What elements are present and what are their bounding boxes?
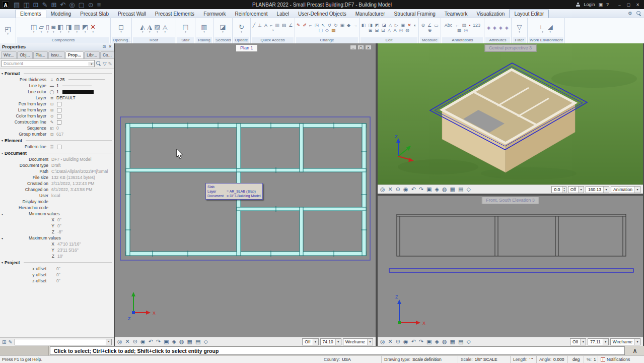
foreground-icon[interactable]: ◎ (380, 339, 385, 344)
properties-icon[interactable]: ▣ (340, 23, 345, 28)
ucs-icon[interactable]: ∟▾ (539, 24, 546, 33)
back-icon[interactable]: ↶ (411, 339, 416, 344)
numbering-icon[interactable]: 123 (473, 23, 480, 28)
forward-icon[interactable]: ↷ (419, 187, 423, 192)
column-icon[interactable]: ▯▾ (46, 24, 49, 33)
tab-visualization[interactable]: Visualization (472, 10, 509, 18)
symbol-icon[interactable]: ◎ (464, 28, 468, 33)
tab-precast-elements[interactable]: Precast Elements (151, 10, 199, 18)
section-display-icon[interactable]: ▦ (450, 187, 455, 192)
smart-wall-icon[interactable]: ◨▾ (65, 24, 71, 33)
fence-icon[interactable]: ⌐ (270, 23, 272, 28)
edit-icon[interactable]: ✎ (42, 2, 48, 8)
section-format[interactable]: ▾ Format (0, 70, 114, 77)
viewport-tab-perspective[interactable]: Central perspective 3 (484, 44, 536, 52)
favorites-dropdown[interactable]: ▾ (15, 339, 112, 345)
perspective-canvas-area[interactable]: Central perspective 3 (378, 43, 643, 185)
status-drawing-type[interactable]: Drawing type:Scale definition (381, 356, 458, 363)
slab-icon[interactable]: ▱▾ (39, 24, 44, 33)
perspective-drawing[interactable]: Z (378, 43, 643, 185)
pan-icon[interactable]: ◉ (140, 339, 146, 344)
undo-icon[interactable]: ↶ (60, 2, 65, 8)
joint-icon[interactable]: ◩▾ (82, 24, 88, 33)
line-from-layer-checkbox[interactable] (57, 108, 61, 112)
elevation-canvas-area[interactable]: Front, South Elevation 3 (378, 196, 643, 337)
status-country[interactable]: Country:USA (321, 356, 381, 363)
previous-view-icon[interactable]: ◈ (435, 339, 439, 344)
reference-scale-dropdown[interactable]: Off▾ (570, 338, 586, 345)
status-percent[interactable]: %:1 (584, 356, 598, 363)
forward-icon[interactable]: ↷ (419, 339, 423, 344)
viewport-tab-elevation[interactable]: Front, South Elevation 3 (481, 197, 539, 204)
text-icon[interactable]: A (264, 23, 267, 28)
align-icon[interactable]: → (353, 23, 357, 28)
elevation-walls[interactable] (397, 214, 626, 256)
section-project[interactable]: ▾ Project (0, 259, 114, 266)
filter-icon[interactable]: ▽▾ (517, 24, 522, 33)
abc-label-icon[interactable]: Abc (445, 23, 453, 28)
help-icon[interactable]: ? (606, 2, 609, 7)
search-icon[interactable] (636, 11, 641, 16)
connect-icon[interactable]: ◇ (203, 339, 207, 344)
tab-planes[interactable]: Pla... (33, 51, 48, 58)
tab-modeling[interactable]: Modeling (46, 10, 76, 18)
tab-reinforcement[interactable]: Reinforcement (231, 10, 272, 18)
viewport-maximize-button[interactable]: ▢ (357, 45, 364, 50)
window-icon[interactable]: ▢ (79, 2, 85, 8)
tab-elements[interactable]: Elements (15, 10, 46, 18)
construction-line-checkbox[interactable] (57, 120, 61, 125)
more-icon[interactable]: ≡ (97, 2, 101, 8)
layout-icon[interactable]: ▤ (195, 339, 200, 344)
login-button[interactable]: Login (584, 2, 595, 7)
filter-icon[interactable]: ▽ (103, 61, 107, 67)
move-icon[interactable]: ◳ (314, 23, 319, 28)
skylight-icon[interactable]: ▨▾ (154, 24, 160, 33)
scale-dropdown[interactable]: 77.11▾ (588, 338, 609, 345)
target-icon[interactable]: ◎ (399, 28, 403, 33)
close-button[interactable]: ✕ (633, 3, 642, 7)
roof-frame-icon[interactable]: ◮▾ (147, 24, 152, 33)
tab-label[interactable]: Label (272, 10, 294, 18)
status-angle-unit[interactable]: deg (567, 356, 584, 363)
downstand-beam-icon[interactable]: ◧▾ (57, 24, 63, 33)
pan-icon[interactable]: ◉ (403, 339, 408, 344)
zoom-icon[interactable]: ⊙ (396, 339, 400, 344)
previous-view-icon[interactable]: ◈ (172, 339, 176, 344)
measure-coordinate-icon[interactable]: ⊕ (428, 28, 432, 33)
tab-user-defined-objects[interactable]: User-Defined Objects (294, 10, 351, 18)
chamfer-icon[interactable]: ◇ (325, 28, 329, 33)
connect-icon[interactable]: ◇ (466, 339, 470, 344)
foundation-icon[interactable]: ◙▾ (51, 24, 55, 33)
duplicate-icon[interactable]: ◩ (375, 23, 380, 28)
scale-dropdown[interactable]: 160.13▾ (586, 186, 609, 193)
color-from-layer-checkbox[interactable] (57, 114, 61, 118)
section-element[interactable]: ▾ Element (0, 137, 114, 144)
style-icon[interactable]: ◔ (271, 28, 274, 33)
animation-speed-spinner[interactable]: 0.0 ▴▾ (551, 186, 566, 193)
offset-icon[interactable]: ⌐ (309, 23, 312, 28)
save-icon[interactable]: ⊡ (33, 2, 39, 8)
roof-plane-icon[interactable]: ◭▾ (140, 24, 145, 33)
command-prompt[interactable]: Click to select; Ctrl+click to add; Shif… (50, 346, 625, 355)
status-angle[interactable]: Angle:0.000 (536, 356, 567, 363)
section-icon[interactable]: ◪▾ (220, 24, 226, 33)
project-icon[interactable]: ◫ (23, 2, 29, 8)
zoom-icon[interactable]: ⊙ (133, 339, 137, 344)
opening-icon[interactable]: ◻▾ (118, 24, 124, 33)
measure-area-icon[interactable]: ▭ (434, 23, 439, 28)
minimize-button[interactable]: – (615, 3, 624, 7)
layout-icon[interactable]: ▤ (458, 339, 463, 344)
subtract-icon[interactable]: ⊟ (375, 28, 379, 33)
section-display-icon[interactable]: ▦ (187, 339, 192, 344)
close-panel-icon[interactable]: ✕ (108, 44, 112, 49)
forward-icon[interactable]: ↷ (156, 339, 161, 344)
back-icon[interactable]: ↶ (411, 187, 416, 192)
edit-favorites-icon[interactable]: ✎ (8, 339, 12, 345)
edit-line-icon[interactable]: ✐ (303, 23, 307, 28)
group-icon[interactable]: ▣ (401, 23, 405, 28)
delete-component-icon[interactable]: ✕▾ (90, 24, 96, 33)
line-icon[interactable]: ╱ (253, 23, 255, 28)
environment-icon[interactable]: ◢▾ (548, 24, 553, 33)
sheet-icon[interactable]: ▤ (462, 23, 466, 28)
monitor-icon[interactable]: ▣ (598, 2, 603, 7)
